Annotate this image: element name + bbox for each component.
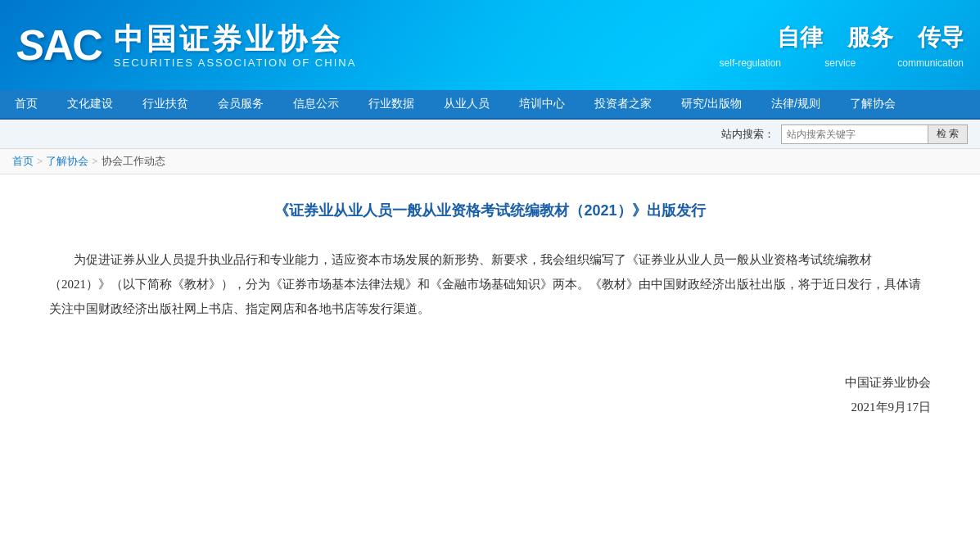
nav-item-member[interactable]: 会员服务 [203,89,278,119]
article-body: 为促进证券从业人员提升执业品行和专业能力，适应资本市场发展的新形势、新要求，我会… [49,247,931,321]
nav-item-research[interactable]: 研究/出版物 [666,89,756,119]
nav-item-home[interactable]: 首页 [0,89,52,119]
breadcrumb-sep1: > [37,155,43,168]
nav-item-data[interactable]: 行业数据 [354,89,429,119]
sac-letters-icon: SAC [16,24,102,66]
motto1-english: self-regulation [717,57,783,69]
sac-text-block: 中国证券业协会 Securities Association of China [114,21,357,69]
sac-logo: SAC [16,24,102,66]
header-left: SAC 中国证券业协会 Securities Association of Ch… [16,21,356,69]
search-bar: 站内搜索： 检 索 [0,120,980,149]
motto1-chinese: 自律 [777,22,823,53]
nav-item-about[interactable]: 了解协会 [835,89,910,119]
breadcrumb-sep2: > [92,155,97,168]
nav-item-culture[interactable]: 文化建设 [52,89,128,119]
breadcrumb-level3: 协会工作动态 [102,154,165,169]
breadcrumb-level2[interactable]: 了解协会 [46,154,88,169]
motto3-chinese: 传导 [918,22,964,53]
nav-item-training[interactable]: 培训中心 [504,89,580,119]
header: SAC 中国证券业协会 Securities Association of Ch… [0,0,980,90]
org-english-name: Securities Association of China [114,57,357,69]
header-mottos: 自律 服务 传导 [777,22,964,53]
search-label: 站内搜索： [721,127,775,142]
org-chinese-name: 中国证券业协会 [114,21,357,57]
search-button[interactable]: 检 索 [928,124,968,144]
motto3-english: communication [897,57,964,69]
footer-date: 2021年9月17日 [49,395,931,419]
nav-item-info[interactable]: 信息公示 [278,89,354,119]
article-footer: 中国证券业协会 2021年9月17日 [49,370,931,419]
nav-item-investor[interactable]: 投资者之家 [580,89,666,119]
motto2-chinese: 服务 [847,22,893,53]
header-right: 自律 服务 传导 self-regulation service communi… [717,22,964,69]
breadcrumb-home[interactable]: 首页 [12,154,34,169]
breadcrumb: 首页 > 了解协会 > 协会工作动态 [0,149,980,174]
search-input[interactable] [781,124,928,144]
motto-english-row: self-regulation service communication [717,57,964,69]
motto2-english: service [807,57,873,69]
main-nav: 首页文化建设行业扶贫会员服务信息公示行业数据从业人员培训中心投资者之家研究/出版… [0,90,980,120]
article-title: 《证券业从业人员一般从业资格考试统编教材（2021）》出版发行 [49,199,931,223]
nav-item-legal[interactable]: 法律/规则 [756,89,835,119]
footer-org: 中国证券业协会 [49,370,931,395]
nav-item-poverty[interactable]: 行业扶贫 [128,89,203,119]
nav-item-staff[interactable]: 从业人员 [429,89,504,119]
main-content: 《证券业从业人员一般从业资格考试统编教材（2021）》出版发行 为促进证券从业人… [0,174,980,518]
